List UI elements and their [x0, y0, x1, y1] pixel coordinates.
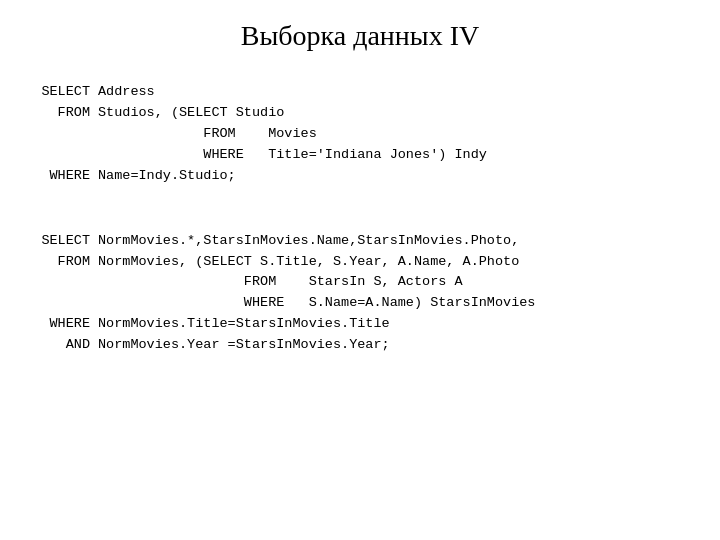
keyword-empty-4: [40, 293, 98, 314]
query2-line1: SELECT NormMovies.*,StarsInMovies.Name,S…: [40, 231, 680, 252]
query2-code-1: NormMovies.*,StarsInMovies.Name,StarsInM…: [98, 231, 519, 252]
query1-code-4: WHERE Title='Indiana Jones') Indy: [98, 145, 487, 166]
query2-code-3: FROM StarsIn S, Actors A: [98, 272, 463, 293]
keyword-empty-1: [40, 124, 98, 145]
query2-code-4: WHERE S.Name=A.Name) StarsInMovies: [98, 293, 535, 314]
query2-line3: FROM StarsIn S, Actors A: [40, 272, 680, 293]
query1-code-3: FROM Movies: [98, 124, 317, 145]
query2-code-5: NormMovies.Title=StarsInMovies.Title: [98, 314, 390, 335]
keyword-empty-2: [40, 145, 98, 166]
keyword-select-1: SELECT: [40, 82, 98, 103]
keyword-from-1: FROM: [40, 103, 98, 124]
divider: [40, 211, 680, 231]
query2-line2: FROM NormMovies, (SELECT S.Title, S.Year…: [40, 252, 680, 273]
page-container: Выборка данных IV SELECT Address FROM St…: [0, 0, 720, 540]
query1-code-1: Address: [98, 82, 155, 103]
keyword-select-2: SELECT: [40, 231, 98, 252]
query1-line1: SELECT Address: [40, 82, 680, 103]
keyword-where-2: WHERE: [40, 314, 98, 335]
query2-code-6: NormMovies.Year =StarsInMovies.Year;: [98, 335, 390, 356]
query1-line2: FROM Studios, (SELECT Studio: [40, 103, 680, 124]
query1-code-2: Studios, (SELECT Studio: [98, 103, 284, 124]
query2-line4: WHERE S.Name=A.Name) StarsInMovies: [40, 293, 680, 314]
query1-line5: WHERE Name=Indy.Studio;: [40, 166, 680, 187]
query-block-1: SELECT Address FROM Studios, (SELECT Stu…: [40, 82, 680, 187]
page-title: Выборка данных IV: [40, 20, 680, 52]
query1-line3: FROM Movies: [40, 124, 680, 145]
query2-line6: AND NormMovies.Year =StarsInMovies.Year;: [40, 335, 680, 356]
keyword-from-2: FROM: [40, 252, 98, 273]
query2-line5: WHERE NormMovies.Title=StarsInMovies.Tit…: [40, 314, 680, 335]
keyword-empty-3: [40, 272, 98, 293]
keyword-where-1: WHERE: [40, 166, 98, 187]
query1-line4: WHERE Title='Indiana Jones') Indy: [40, 145, 680, 166]
query2-code-2: NormMovies, (SELECT S.Title, S.Year, A.N…: [98, 252, 519, 273]
keyword-and-1: AND: [40, 335, 98, 356]
query1-code-5: Name=Indy.Studio;: [98, 166, 236, 187]
query-block-2: SELECT NormMovies.*,StarsInMovies.Name,S…: [40, 231, 680, 357]
